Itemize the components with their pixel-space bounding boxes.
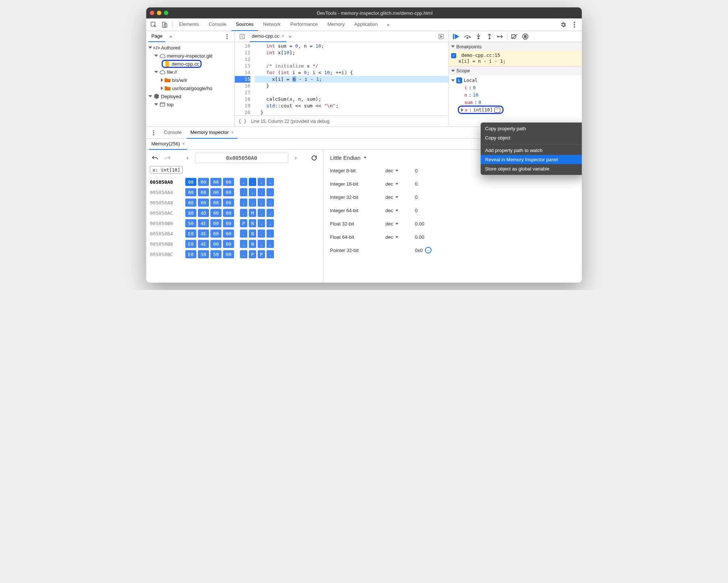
memory-subtab[interactable]: Memory(256) × (149, 139, 187, 150)
zoom-window[interactable] (164, 11, 168, 15)
memory-row[interactable]: 005050B4E04E0000.N.. (150, 228, 319, 239)
svg-point-14 (467, 37, 468, 38)
scope-local[interactable]: L Local (451, 77, 580, 84)
editor-more-icon[interactable]: » (289, 34, 291, 39)
redo-icon[interactable] (162, 153, 173, 163)
format-select[interactable]: dec (385, 208, 415, 213)
file-icon (164, 61, 170, 67)
tree-file-proto[interactable]: file:// (146, 68, 234, 76)
memory-row[interactable]: 005050B0504E0000PN.. (150, 218, 319, 228)
format-select[interactable]: dec (385, 234, 415, 240)
tree-file-demo-cpp[interactable]: demo-cpp.cc (146, 60, 234, 68)
drawer-kebab-icon[interactable] (148, 128, 159, 138)
sources-panel: Page » </> Authored memory-inspector.gli… (146, 31, 582, 127)
refresh-icon[interactable] (309, 153, 319, 163)
editor-tab[interactable]: demo-cpp.cc × (250, 31, 286, 42)
pretty-print-icon[interactable]: { } (238, 119, 247, 124)
next-page-icon[interactable]: › (291, 153, 301, 163)
deactivate-breakpoints-icon[interactable] (510, 32, 519, 41)
close-icon[interactable]: × (281, 33, 284, 39)
breakpoint-checkbox[interactable]: ✓ (451, 53, 456, 58)
tree-authored[interactable]: </> Authored (146, 44, 234, 52)
value-row: Integer 32-bitdec0 (330, 190, 575, 204)
context-menu-item[interactable]: Add property path to watch (481, 146, 582, 155)
context-menu-item[interactable]: Copy property path (481, 124, 582, 133)
memory-icon[interactable] (494, 107, 500, 113)
resume-icon[interactable] (452, 32, 461, 41)
folder-icon (165, 77, 171, 83)
context-menu: Copy property pathCopy objectAdd propert… (481, 123, 582, 175)
tree-deployed[interactable]: Deployed (146, 92, 234, 100)
nav-back-icon[interactable] (237, 31, 247, 42)
address-input[interactable]: 0x005050A0 (195, 153, 288, 163)
undo-icon[interactable] (150, 153, 160, 163)
tab-memory[interactable]: Memory (323, 18, 349, 31)
scope-var-x[interactable]: x: int[10] (451, 106, 580, 114)
value-row: Integer 16-bitdec0 (330, 177, 575, 190)
context-menu-item[interactable]: Reveal in Memory Inspector panel (481, 155, 582, 164)
step-over-icon[interactable] (463, 32, 472, 41)
scope-var[interactable]: sum: 0 (451, 99, 580, 106)
cloud-icon (159, 69, 165, 75)
prev-page-icon[interactable]: ‹ (182, 153, 193, 163)
format-select[interactable]: dec (385, 221, 415, 227)
memory-grid[interactable]: 005050A000000000....005050A400000000....… (150, 177, 319, 259)
drawer-tab-console[interactable]: Console (160, 127, 185, 139)
close-icon[interactable]: × (231, 130, 234, 135)
tab-elements[interactable]: Elements (175, 18, 203, 31)
value-row: Integer 64-bitdec0 (330, 204, 575, 217)
format-select[interactable]: dec (385, 168, 415, 173)
close-icon[interactable]: × (182, 141, 185, 146)
navigator-kebab-icon[interactable] (222, 31, 232, 42)
tab-network[interactable]: Network (259, 18, 285, 31)
run-snippet-icon[interactable] (436, 31, 446, 42)
tree-domain[interactable]: memory-inspector.glit (146, 52, 234, 60)
tree-top[interactable]: top (146, 100, 234, 108)
kebab-icon[interactable] (569, 20, 580, 30)
svg-point-16 (489, 38, 490, 39)
cube-icon (154, 93, 159, 99)
context-menu-item[interactable]: Copy object (481, 133, 582, 142)
navigator-tree[interactable]: </> Authored memory-inspector.glit demo-… (146, 42, 234, 127)
minimize-window[interactable] (157, 11, 161, 15)
object-chip[interactable]: x: int[10] (150, 166, 183, 174)
close-window[interactable] (150, 11, 154, 15)
memory-row[interactable]: 005050A800000000.... (150, 197, 319, 208)
breakpoint-row[interactable]: ✓ demo-cpp.cc:15 x[i] = n - i - 1; (449, 51, 582, 66)
scope-header[interactable]: Scope (449, 66, 582, 75)
memory-row[interactable]: 005050A000000000.... (150, 177, 319, 187)
tree-dir1[interactable]: b/s/w/ir (146, 76, 234, 84)
navigator-tab-page[interactable]: Page (148, 31, 165, 42)
svg-point-4 (574, 24, 575, 25)
step-icon[interactable] (496, 32, 505, 41)
tree-dir2[interactable]: usr/local/google/ho (146, 84, 234, 92)
jump-to-address-icon[interactable]: → (425, 247, 432, 253)
drawer-tab-memory-inspector[interactable]: Memory Inspector × (187, 127, 238, 139)
value-row: Float 64-bitdec0.00 (330, 230, 575, 244)
format-select[interactable]: dec (385, 194, 415, 200)
tab-console[interactable]: Console (204, 18, 231, 31)
step-into-icon[interactable] (474, 32, 483, 41)
step-out-icon[interactable] (485, 32, 494, 41)
pause-exceptions-icon[interactable] (521, 32, 530, 41)
format-select[interactable]: dec (385, 181, 415, 187)
memory-row[interactable]: 005050B8E04E0000.N.. (150, 239, 319, 249)
memory-row[interactable]: 005050A400000000.... (150, 187, 319, 197)
context-menu-item[interactable]: Store object as global variable (481, 164, 582, 173)
tab-sources[interactable]: Sources (231, 18, 258, 31)
inspect-icon[interactable] (148, 20, 159, 30)
scope-var[interactable]: i: 0 (451, 84, 580, 92)
tab-performance[interactable]: Performance (286, 18, 322, 31)
scope-var[interactable]: n: 10 (451, 92, 580, 99)
code-editor[interactable]: 1011121314151617181920 int sum = 0, n = … (235, 42, 449, 115)
breakpoints-header[interactable]: Breakpoints (449, 42, 582, 51)
memory-row[interactable]: 005050BCE0505000.PP. (150, 249, 319, 259)
settings-icon[interactable] (558, 20, 569, 30)
more-tabs-icon[interactable]: » (383, 20, 393, 30)
svg-point-8 (226, 38, 228, 39)
navigator-more-icon[interactable]: » (165, 31, 176, 42)
tab-application[interactable]: Application (350, 18, 382, 31)
line-gutter: 1011121314151617181920 (235, 42, 253, 115)
memory-row[interactable]: 005050AC804D0000.M.. (150, 208, 319, 218)
device-icon[interactable] (159, 20, 170, 30)
